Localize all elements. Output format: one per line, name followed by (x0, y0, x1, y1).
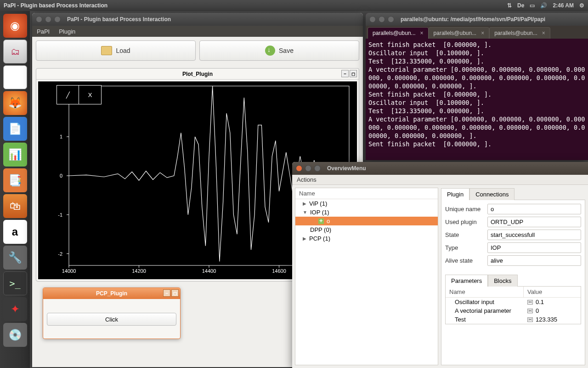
tab-plugin[interactable]: Plugin (441, 188, 469, 200)
tree-item-dpp[interactable]: DPP (0) (295, 225, 438, 234)
minimize-icon[interactable] (379, 16, 385, 23)
delete-icon[interactable]: ⋈ (527, 317, 533, 322)
label-used-plugin: Used plugin (445, 218, 487, 225)
svg-text:1: 1 (60, 134, 62, 139)
param-row[interactable]: Test⋈123.335 (446, 315, 581, 324)
gear-icon[interactable]: ⚙ (579, 2, 584, 9)
menu-actions[interactable]: Actions (297, 176, 317, 183)
chromium-icon[interactable]: ◯ (3, 65, 27, 89)
label-alive-state: Alive state (445, 257, 487, 264)
param-value: ⋈0 (524, 306, 543, 315)
tab-close-icon[interactable]: × (420, 30, 424, 36)
col-value[interactable]: Value (524, 287, 546, 297)
minimize-icon[interactable] (305, 165, 311, 172)
label-state: State (445, 231, 487, 238)
pcp-maximize-icon[interactable]: ◻ (171, 289, 179, 297)
pcp-title: PCP_Plugin (96, 290, 127, 297)
plot-legend[interactable]: ╱ X (57, 85, 102, 104)
input-type[interactable] (487, 242, 581, 253)
input-used-plugin[interactable] (487, 217, 581, 227)
plot-maximize-icon[interactable]: ◻ (350, 70, 357, 77)
active-window-title: PaPI - Plugin based Process Interaction (4, 2, 507, 9)
tree-item-vip[interactable]: ViP (1) (295, 199, 438, 208)
tree-item-pcp[interactable]: PCP (1) (295, 234, 438, 243)
terminal-output[interactable]: Sent finish packet [0.000000, ]. Oscilla… (366, 39, 588, 150)
expand-icon[interactable] (303, 201, 306, 206)
pcp-click-button[interactable]: Click (47, 313, 176, 326)
plot-titlebar[interactable]: Plot_Plugin – ◻ (36, 69, 359, 80)
param-row[interactable]: Oscillator input⋈0.1 (446, 298, 581, 306)
pcp-minimize-icon[interactable]: – (163, 289, 170, 297)
terminal-tab-2[interactable]: parallels@ubun...× (429, 27, 490, 39)
close-icon[interactable] (369, 16, 376, 23)
tab-connections[interactable]: Connections (469, 188, 514, 200)
col-name[interactable]: Name (446, 287, 524, 297)
collapse-icon[interactable] (303, 210, 307, 215)
overview-window: OverviewMenu Actions Name ViP (1) IOP (1… (292, 162, 588, 368)
maximize-icon[interactable] (54, 16, 61, 23)
tab-close-icon[interactable]: × (542, 30, 545, 36)
tree-item-o[interactable]: o (295, 217, 438, 225)
files-icon[interactable]: 🗂 (3, 40, 27, 63)
system-indicators: ⇅ De ▭ 🔊 2:46 AM ⚙ (507, 2, 584, 9)
papi-toolbar: Load Save (32, 37, 363, 64)
legend-line-icon: ╱ (57, 86, 79, 104)
load-button[interactable]: Load (36, 40, 196, 61)
dash-icon[interactable]: ◉ (3, 14, 27, 38)
software-center-icon[interactable]: 🛍 (3, 194, 27, 218)
svg-text:14200: 14200 (132, 268, 146, 274)
tab-close-icon[interactable]: × (481, 30, 484, 36)
writer-icon[interactable]: 📄 (3, 117, 27, 141)
battery-icon[interactable]: ▭ (530, 2, 535, 9)
papi-app-icon[interactable]: ✦ (3, 297, 27, 321)
save-button[interactable]: Save (199, 40, 359, 61)
plugin-tree: Name ViP (1) IOP (1) o DPP (0) PCP (1) (295, 188, 438, 365)
save-icon (265, 46, 275, 56)
maximize-icon[interactable] (314, 165, 321, 172)
clock[interactable]: 2:46 AM (553, 2, 574, 9)
input-alive-state[interactable] (487, 255, 581, 266)
minimize-icon[interactable] (45, 16, 51, 23)
network-icon[interactable]: ⇅ (507, 2, 512, 9)
expand-icon[interactable] (303, 236, 306, 241)
tree-header-name[interactable]: Name (295, 188, 438, 199)
pcp-subwindow: PCP_Plugin – ◻ Click (43, 288, 181, 339)
firefox-icon[interactable]: 🦊 (3, 91, 27, 115)
device-icon[interactable]: 💿 (3, 323, 27, 347)
settings-icon[interactable]: 🔧 (3, 246, 27, 270)
tab-parameters[interactable]: Parameters (445, 275, 488, 287)
terminal-tab-1[interactable]: parallels@ubun...× (368, 27, 429, 39)
calc-icon[interactable]: 📊 (3, 143, 27, 167)
terminal-icon[interactable]: >_ (3, 271, 27, 295)
delete-icon[interactable]: ⋈ (527, 309, 533, 313)
pcp-titlebar[interactable]: PCP_Plugin – ◻ (43, 288, 180, 299)
papi-titlebar[interactable]: PaPI - Plugin based Process Interaction (32, 13, 363, 26)
terminal-title: parallels@ubuntu: /media/psf/Home/svn/Pa… (401, 16, 545, 23)
delete-icon[interactable]: ⋈ (527, 300, 533, 305)
volume-icon[interactable]: 🔊 (540, 2, 547, 9)
menu-plugin[interactable]: Plugin (59, 28, 75, 35)
input-unique-name[interactable] (487, 204, 581, 214)
param-row[interactable]: A vectorial parameter⋈0 (446, 306, 581, 315)
terminal-tab-3[interactable]: parallels@ubun...× (489, 27, 550, 39)
plot-minimize-icon[interactable]: – (341, 70, 349, 77)
svg-text:-2: -2 (58, 251, 62, 257)
keyboard-layout[interactable]: De (517, 2, 524, 9)
overview-titlebar[interactable]: OverviewMenu (292, 162, 588, 175)
svg-text:14400: 14400 (202, 268, 216, 274)
terminal-titlebar[interactable]: parallels@ubuntu: /media/psf/Home/svn/Pa… (366, 13, 588, 26)
svg-text:0: 0 (60, 173, 62, 178)
param-name: A vectorial parameter (446, 306, 524, 315)
menu-papi[interactable]: PaPI (37, 28, 50, 35)
close-icon[interactable] (296, 165, 302, 172)
load-label: Load (116, 47, 130, 54)
maximize-icon[interactable] (388, 16, 394, 23)
impress-icon[interactable]: 📑 (3, 168, 27, 192)
tree-item-iop[interactable]: IOP (1) (295, 208, 438, 217)
amazon-icon[interactable]: a (3, 220, 27, 244)
close-icon[interactable] (36, 16, 42, 23)
tab-blocks[interactable]: Blocks (488, 275, 517, 287)
input-state[interactable] (487, 230, 581, 240)
legend-label-x: X (79, 86, 101, 104)
overview-tabs: Plugin Connections (441, 188, 585, 200)
